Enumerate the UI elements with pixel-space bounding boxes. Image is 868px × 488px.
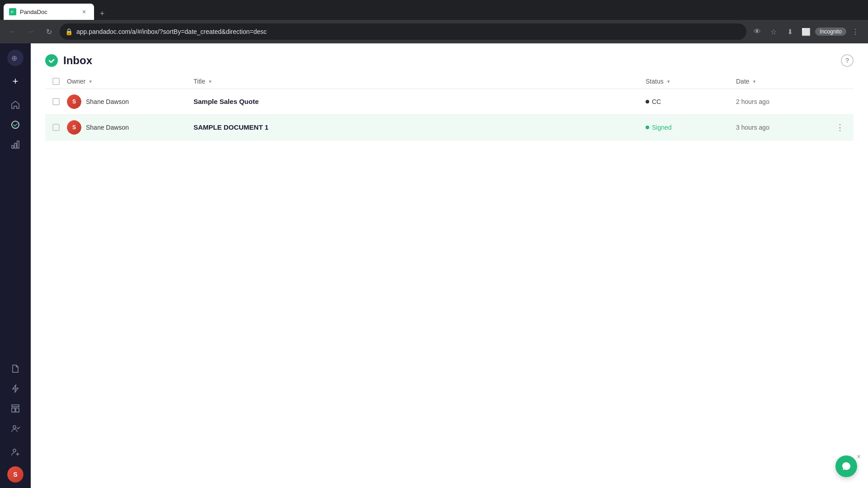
- row1-title-cell: Sample Sales Quote: [193, 98, 646, 106]
- row1-doc-title: Sample Sales Quote: [193, 98, 259, 105]
- row1-avatar-image: S: [67, 94, 81, 109]
- sidebar-add-user-button[interactable]: [6, 443, 24, 461]
- row2-owner-avatar: S: [67, 120, 81, 135]
- row1-owner-cell: S Shane Dawson: [67, 94, 193, 109]
- row1-checkbox-col: [45, 98, 67, 105]
- main-content: Inbox ? Owner ▼ Title ▼: [31, 43, 868, 488]
- tab-title: PandaDoc: [20, 9, 76, 15]
- sidebar-add-button[interactable]: +: [6, 72, 24, 90]
- svg-rect-9: [12, 408, 15, 412]
- app-layout: ⊕ +: [0, 43, 868, 488]
- browser-nav: ← → ↻ 🔒 app.pandadoc.com/a/#/inbox/?sort…: [0, 20, 868, 43]
- sidebar-logo[interactable]: ⊕: [6, 49, 24, 67]
- nav-actions: 👁 ☆ ⬇ ⬜ Incognito ⋮: [750, 24, 863, 39]
- svg-text:⊕: ⊕: [11, 54, 17, 62]
- row2-status-text: Signed: [652, 124, 672, 131]
- download-button[interactable]: ⬇: [783, 24, 797, 39]
- svg-rect-10: [16, 408, 19, 412]
- column-header-date[interactable]: Date ▼: [736, 78, 826, 85]
- title-sort-icon: ▼: [208, 79, 212, 84]
- svg-point-4: [12, 121, 19, 128]
- row2-doc-title: SAMPLE DOCUMENT 1: [193, 123, 269, 131]
- tab-favicon: P: [9, 8, 16, 15]
- row2-date-cell: 3 hours ago: [736, 124, 826, 131]
- page-title: Inbox: [63, 54, 92, 67]
- sidebar-item-templates[interactable]: [6, 399, 24, 418]
- row2-avatar-image: S: [67, 120, 81, 135]
- row1-date-cell: 2 hours ago: [736, 98, 826, 105]
- lock-icon: 🔒: [65, 28, 73, 35]
- sidebar-item-documents[interactable]: [6, 360, 24, 378]
- row2-title-cell: SAMPLE DOCUMENT 1: [193, 123, 646, 131]
- status-label: Status: [646, 78, 664, 85]
- svg-rect-8: [12, 405, 19, 407]
- svg-text:P: P: [11, 10, 14, 14]
- row2-status-dot: [646, 126, 649, 129]
- browser-tabs: P PandaDoc × +: [0, 0, 868, 20]
- avatar-image: S: [7, 466, 24, 483]
- owner-sort-icon: ▼: [88, 79, 93, 84]
- sidebar-item-lightning[interactable]: [6, 380, 24, 398]
- menu-button[interactable]: ⋮: [848, 24, 863, 39]
- column-header-title[interactable]: Title ▼: [193, 78, 646, 85]
- help-icon: ?: [845, 57, 849, 64]
- title-label: Title: [193, 78, 205, 85]
- chat-close-button[interactable]: ×: [857, 453, 861, 461]
- sidebar: ⊕ +: [0, 43, 31, 488]
- row1-status-dot: [646, 100, 649, 103]
- active-tab[interactable]: P PandaDoc ×: [4, 4, 94, 20]
- column-header-owner[interactable]: Owner ▼: [67, 78, 193, 85]
- column-header-status[interactable]: Status ▼: [646, 78, 736, 85]
- url-text: app.pandadoc.com/a/#/inbox/?sortBy=date_…: [76, 28, 741, 35]
- row1-owner-name: Shane Dawson: [86, 98, 129, 105]
- tab-close-button[interactable]: ×: [80, 7, 89, 16]
- user-avatar[interactable]: S: [7, 466, 24, 483]
- select-all-checkbox[interactable]: [52, 78, 60, 85]
- row1-status-cell: CC: [646, 98, 736, 105]
- owner-label: Owner: [67, 78, 85, 85]
- row2-actions-cell[interactable]: ⋮: [826, 121, 854, 134]
- svg-rect-6: [14, 143, 16, 148]
- sidebar-item-inbox[interactable]: [6, 116, 24, 134]
- new-tab-button[interactable]: +: [96, 7, 108, 20]
- row1-status-text: CC: [652, 98, 661, 105]
- svg-rect-5: [12, 145, 14, 148]
- back-button[interactable]: ←: [5, 24, 20, 39]
- table-header: Owner ▼ Title ▼ Status ▼ Date ▼: [45, 74, 854, 89]
- row1-owner-avatar: S: [67, 94, 81, 109]
- table-row[interactable]: S Shane Dawson Sample Sales Quote CC 2 h…: [45, 89, 854, 115]
- eye-off-button[interactable]: 👁: [750, 24, 764, 39]
- sidebar-item-contacts[interactable]: [6, 419, 24, 437]
- browser-chrome: P PandaDoc × + ← → ↻ 🔒 app.pandadoc.com/…: [0, 0, 868, 43]
- row2-owner-name: Shane Dawson: [86, 124, 129, 131]
- row1-checkbox[interactable]: [52, 98, 60, 105]
- bookmark-button[interactable]: ☆: [766, 24, 781, 39]
- forward-button[interactable]: →: [24, 24, 38, 39]
- address-bar[interactable]: 🔒 app.pandadoc.com/a/#/inbox/?sortBy=dat…: [60, 23, 746, 40]
- refresh-button[interactable]: ↻: [42, 24, 56, 39]
- status-sort-icon: ▼: [666, 79, 671, 84]
- row2-date: 3 hours ago: [736, 124, 769, 131]
- row1-date: 2 hours ago: [736, 98, 769, 105]
- sidebar-item-home[interactable]: [6, 96, 24, 114]
- svg-rect-7: [17, 141, 19, 148]
- row2-owner-cell: S Shane Dawson: [67, 120, 193, 135]
- date-label: Date: [736, 78, 750, 85]
- help-button[interactable]: ?: [841, 54, 854, 67]
- document-table: Owner ▼ Title ▼ Status ▼ Date ▼: [31, 74, 868, 488]
- date-sort-icon: ▼: [752, 79, 757, 84]
- incognito-badge[interactable]: Incognito: [815, 28, 846, 36]
- svg-point-11: [13, 426, 16, 428]
- inbox-check-icon: [45, 54, 58, 67]
- row2-checkbox-col: [45, 124, 67, 131]
- svg-point-12: [13, 449, 16, 452]
- row2-checkbox[interactable]: [52, 124, 60, 131]
- row2-more-button[interactable]: ⋮: [834, 121, 846, 134]
- header-checkbox-col: [45, 78, 67, 85]
- chat-bubble-button[interactable]: [835, 455, 857, 477]
- table-row[interactable]: S Shane Dawson SAMPLE DOCUMENT 1 Signed …: [45, 115, 854, 141]
- page-header: Inbox ?: [31, 43, 868, 74]
- split-view-button[interactable]: ⬜: [799, 24, 813, 39]
- row2-status-cell: Signed: [646, 124, 736, 131]
- sidebar-item-analytics[interactable]: [6, 136, 24, 154]
